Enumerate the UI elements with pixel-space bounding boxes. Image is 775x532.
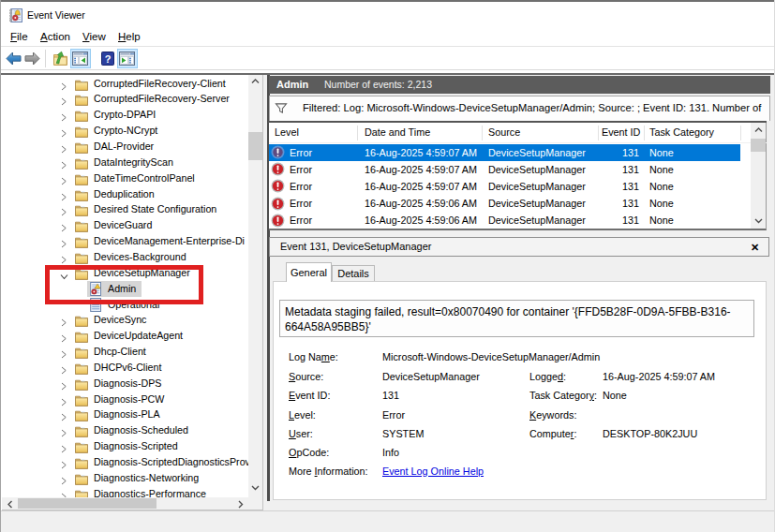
- svg-text:?: ?: [105, 53, 112, 65]
